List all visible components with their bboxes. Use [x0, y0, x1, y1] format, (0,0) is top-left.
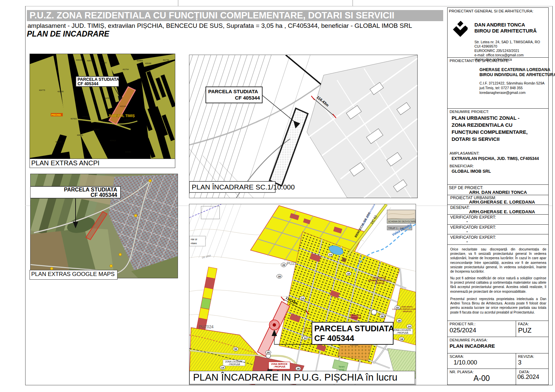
parcel-marker — [273, 323, 276, 327]
data-value: 06.2024 — [517, 374, 539, 381]
svg-text:404622: 404622 — [137, 78, 143, 80]
svg-text:408425: 408425 — [76, 59, 82, 61]
address-line: Str. Letea nr. 24, SAD 1, TIMISOARA, RO — [474, 40, 540, 44]
divider — [516, 353, 516, 369]
detail-line: C.I.F. 37122422, Sânmihaiu Român 529A — [479, 81, 545, 86]
verificator-label: VERIFICATOR/ EXPERT: — [450, 215, 496, 220]
legal-paragraph: Orice neclaritate sau discrepanță din do… — [450, 247, 546, 274]
svg-text:404854: 404854 — [137, 60, 143, 62]
svg-text:400497: 400497 — [124, 119, 130, 121]
parcel-callout-line1: PARCELA STUDIATA — [64, 187, 117, 192]
amplasament-value: EXTRAVILAN PIȘCHIA, JUD. TIMIȘ, CF405344 — [452, 156, 539, 161]
gmaps-map: PARCELA STUDIATA CF 405344 — [31, 174, 178, 278]
gmaps-caption: PLAN EXTRAS GOOGLE MAPS — [30, 270, 118, 280]
svg-text:407603: 407603 — [71, 118, 77, 120]
architect-logo-icon — [451, 20, 470, 39]
svg-text:403734: 403734 — [149, 66, 155, 68]
proiect-nr-value: 025/2024 — [450, 327, 476, 334]
divider — [516, 321, 516, 337]
svg-text:32: 32 — [396, 306, 399, 309]
sheet-bottom-border — [25, 385, 553, 385]
svg-text:402759: 402759 — [163, 59, 169, 61]
svg-text:ZONA MIXTA: ZONA MIXTA — [401, 306, 413, 308]
divider — [448, 108, 548, 109]
puz024-label: PUZ024 — [199, 325, 214, 329]
parcel-callout-line1: PARCELA STUDIATA — [78, 77, 119, 82]
divider — [448, 195, 548, 195]
nr-plansa-label: NR. PLANSA: — [450, 370, 474, 374]
page-title: P.U.Z. ZONA REZIDENTIALA CU FUNCȚIUNI CO… — [27, 10, 443, 21]
specialist-name-2: BIROU INDIVIDUAL DE ARHITECTURA — [479, 72, 555, 77]
verificator-value: - — [466, 239, 468, 244]
svg-text:ZONA MIXTĂ: ZONA MIXTĂ — [372, 276, 386, 279]
divider — [448, 244, 548, 245]
pompieri-label: Pompieri — [304, 327, 312, 329]
svg-text:404775: 404775 — [39, 89, 45, 91]
detail-line: loredanagherase@gmail.com — [479, 90, 545, 95]
office-name-1: DAN ANDREI TONCA — [474, 22, 525, 27]
svg-text:14: 14 — [304, 337, 307, 340]
scara-label: SCARA: — [450, 354, 464, 358]
zona-service-label1: ZONA SERVICE — [271, 363, 288, 365]
svg-text:405098: 405098 — [145, 62, 151, 64]
ancpi-panel: 404775 400435 408425 408477 407910 40276… — [30, 54, 175, 168]
ancpi-parcel-id: 405344 — [120, 105, 126, 107]
sheet-top-border — [25, 6, 552, 6]
ancpi-map: 404775 400435 408425 408477 407910 40276… — [30, 54, 175, 159]
svg-text:14: 14 — [301, 297, 304, 300]
pug-map: DE 1850 nțe și ntare PUZ024 — [189, 204, 416, 385]
sheet-right-border — [552, 6, 553, 385]
divider — [448, 205, 548, 205]
zona-locuinte-label1: ZONA LOCUINTE — [225, 360, 243, 363]
zona-locuinte-label1: ZONA LOCUINTE — [394, 329, 411, 331]
verificator-label: VERIFICATOR/ EXPERT: — [450, 235, 496, 240]
svg-text:401186: 401186 — [55, 141, 61, 143]
sport-label1: Teren — [338, 365, 345, 368]
divider — [448, 321, 548, 321]
parcel-callout-line1: PARCELA STUDIATA — [314, 324, 394, 333]
parcel-callout-line2: CF 405344 — [78, 81, 98, 86]
project-name-line: ZONA REZIDENTIALA CU — [452, 122, 512, 128]
svg-text:ortodoxă: ortodoxă — [351, 317, 361, 319]
scara-value: 1/10.000 — [454, 359, 477, 366]
village-label: PISCHIA — [51, 114, 61, 116]
svg-text:402764: 402764 — [123, 68, 129, 70]
desenat-value: ARH.GHERASE E. LOREDANA — [469, 209, 535, 214]
divider — [448, 224, 548, 225]
svg-text:400923: 400923 — [110, 139, 116, 142]
divider — [516, 369, 516, 385]
verificator-value: - — [466, 219, 468, 224]
page-subtitle: amplasament - JUD. TIMIȘ, extravilan PIȘ… — [28, 22, 412, 30]
svg-text:16: 16 — [278, 275, 281, 278]
svg-text:20: 20 — [282, 264, 285, 267]
gmaps-panel: PARCELA STUDIATA CF 405344 — [30, 174, 178, 278]
biserica-label: Biserica ortodoxă — [351, 314, 361, 319]
svg-text:16: 16 — [347, 272, 350, 275]
svg-text:400807: 400807 — [94, 128, 100, 130]
divider — [448, 184, 548, 185]
faza-label: FAZA: — [518, 322, 529, 326]
legal-paragraph: Nu pot fi admise modificări de orice nat… — [450, 276, 546, 294]
svg-text:55: 55 — [234, 348, 237, 351]
sc10000-panel: 116.43m PARCELA STUDIATA CF 405344 PLAN … — [189, 55, 418, 198]
title-block: PROIECTANT GENERAL SI DE ARHITECTURA: DA… — [447, 7, 549, 385]
plan-sheet: P.U.Z. ZONA REZIDENTIALA CU FUNCȚIUNI CO… — [0, 0, 555, 392]
svg-text:18: 18 — [400, 338, 403, 341]
sef-proiect-label: SEF DE PROIECT: — [449, 185, 483, 190]
zona-locuinte-label2: - PROPUSĂ — [396, 331, 408, 334]
denumire-proiect-label: DENUMIRE PROIECT: — [450, 110, 489, 114]
revizia-value: 3 — [518, 359, 521, 366]
denumire-plansa-value: PLAN INCADRARE — [450, 343, 495, 349]
fold-mark — [178, 0, 178, 6]
proiectant-specialitate-label: PROIECTANT DE SPECIALITATE: — [450, 59, 509, 63]
address-line: CUI 43969570 — [474, 44, 540, 49]
schema-label: SCHEMA DE DEZVOLTARE — [388, 220, 416, 223]
verificator-value: - — [466, 229, 468, 234]
denumire-plansa-label: DENUMIRE PLANSA: — [450, 338, 488, 342]
pug-caption: PLAN ÎNCADRARE IN P.U.G. PIȘCHIA în lucr… — [189, 371, 415, 384]
parcel-callout-line2: CF 405344 — [314, 334, 354, 343]
sc10000-caption: PLAN ÎNCADRARE SC.1/10.000 — [192, 183, 295, 191]
divider — [448, 234, 548, 234]
sheet-left-border — [25, 6, 26, 385]
parcel-callout-line2: CF 405344 — [235, 95, 260, 101]
